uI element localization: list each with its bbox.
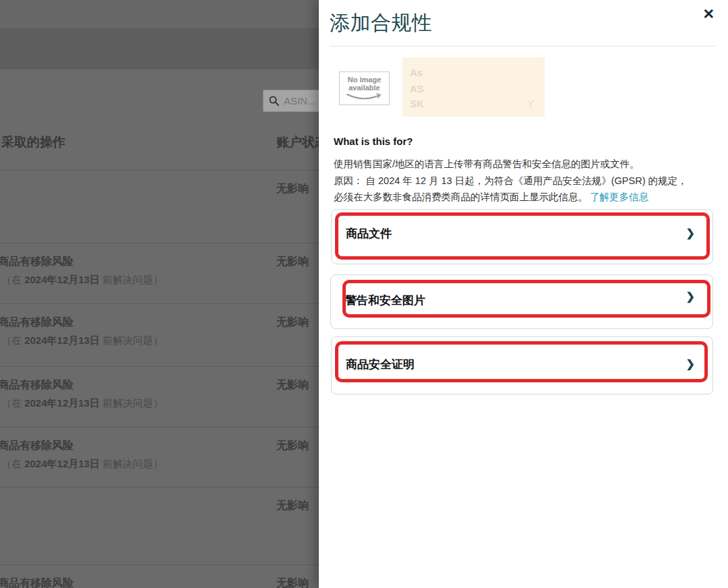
section-label: 商品文件 xyxy=(346,226,392,241)
background-page: 采取的操作 账户状态 无影响商品有移除风险（在 2024年12月13日 前解决问… xyxy=(0,0,319,588)
row-action-text: 商品有移除风险 xyxy=(0,316,319,330)
row-deadline-text: （在 2024年12月13日 前解决问题） xyxy=(1,458,319,471)
close-icon[interactable]: ✕ xyxy=(700,4,717,24)
row-action-text: 商品有移除风险 xyxy=(0,378,319,392)
what-is-this-for-heading: What is this for? xyxy=(334,136,413,147)
redacted-right-char: Y xyxy=(527,98,534,109)
section-product-documents[interactable]: 商品文件 ❯ xyxy=(331,209,713,264)
table-row: 商品有移除风险（在 2024年12月13日 前解决问题）无影响 xyxy=(0,243,319,304)
search-icon xyxy=(269,96,279,106)
chevron-right-icon: ❯ xyxy=(686,227,695,239)
compliance-description: 使用销售国家/地区的语言上传带有商品警告和安全信息的图片或文件。 原因： 自 2… xyxy=(334,156,708,206)
section-warning-safety-images[interactable]: 警告和安全图片 ❯ xyxy=(330,274,713,329)
table-rows: 无影响商品有移除风险（在 2024年12月13日 前解决问题）无影响商品有移除风… xyxy=(0,170,319,588)
column-header-account-status: 账户状态 xyxy=(276,134,319,151)
row-deadline-text: （在 2024年12月13日 前解决问题） xyxy=(1,274,319,287)
no-image-thumbnail: No image available xyxy=(339,71,390,105)
redacted-product-info: As AS SK Y xyxy=(402,57,545,117)
row-action-text: 商品有移除风险 xyxy=(0,577,319,588)
table-row: 商品有移除风险（在 2024年12月13日 前解决问题）无影响 xyxy=(0,367,319,428)
drawer-title: 添加合规性 xyxy=(330,9,433,37)
row-deadline-text: （在 2024年12月13日 前解决问题） xyxy=(1,334,319,347)
chevron-right-icon: ❯ xyxy=(686,290,695,303)
table-row: 商品有移除风险无影响 xyxy=(0,565,319,588)
section-label: 商品安全证明 xyxy=(346,357,415,372)
row-status-no-impact: 无影响 xyxy=(276,316,309,330)
screen: 采取的操作 账户状态 无影响商品有移除风险（在 2024年12月13日 前解决问… xyxy=(0,0,728,588)
no-image-text-line1: No image xyxy=(348,76,382,84)
description-line2: 原因： 自 2024 年 12 月 13 日起，为符合《通用产品安全法规》(GP… xyxy=(334,173,708,189)
no-image-text-line2: available xyxy=(348,84,380,92)
row-action-text: 商品有移除风险 xyxy=(0,439,319,453)
row-status-no-impact: 无影响 xyxy=(276,182,309,196)
search-input[interactable] xyxy=(284,95,319,107)
row-status-no-impact: 无影响 xyxy=(276,255,309,269)
redacted-asin-line: As xyxy=(410,67,423,78)
row-status-no-impact: 无影响 xyxy=(276,577,309,588)
row-status-no-impact: 无影响 xyxy=(276,499,309,513)
amazon-smile-icon xyxy=(346,93,384,101)
asin-search-box[interactable] xyxy=(263,90,319,112)
table-row: 无影响 xyxy=(0,171,319,243)
row-deadline-text: （在 2024年12月13日 前解决问题） xyxy=(1,397,319,410)
section-product-safety-certification[interactable]: 商品安全证明 ❯ xyxy=(331,336,713,394)
add-compliance-drawer: 添加合规性 ✕ No image available As AS SK Y Wh… xyxy=(319,0,728,588)
table-row: 商品有移除风险（在 2024年12月13日 前解决问题）无影响 xyxy=(0,428,319,488)
redacted-asin-line: AS xyxy=(410,83,424,94)
table-row: 无影响 xyxy=(0,488,319,565)
row-status-no-impact: 无影响 xyxy=(276,378,309,392)
section-label: 警告和安全图片 xyxy=(345,293,425,308)
table-row: 商品有移除风险（在 2024年12月13日 前解决问题）无影响 xyxy=(0,304,319,367)
toolbar-band xyxy=(0,28,319,69)
title-divider xyxy=(330,46,716,47)
learn-more-link[interactable]: 了解更多信息 xyxy=(590,192,648,202)
table-header: 采取的操作 账户状态 xyxy=(0,132,319,170)
row-status-no-impact: 无影响 xyxy=(276,439,309,453)
description-line3: 必须在大多数非食品消费类商品的详情页面上显示此信息。了解更多信息 xyxy=(334,189,708,206)
redacted-sku-line: SK xyxy=(410,98,424,109)
column-header-action: 采取的操作 xyxy=(1,134,65,151)
row-action-text: 商品有移除风险 xyxy=(0,255,319,269)
description-line3-text: 必须在大多数非食品消费类商品的详情页面上显示此信息。 xyxy=(334,192,588,202)
description-line1: 使用销售国家/地区的语言上传带有商品警告和安全信息的图片或文件。 xyxy=(334,156,708,173)
chevron-right-icon: ❯ xyxy=(686,357,695,370)
top-nav-bar xyxy=(0,0,319,28)
